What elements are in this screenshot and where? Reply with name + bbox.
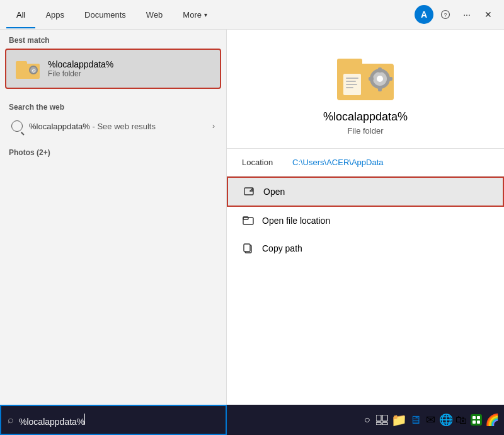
- best-match-type: File folder: [48, 69, 113, 78]
- tab-documents[interactable]: Documents: [74, 1, 136, 28]
- avatar: A: [415, 5, 433, 24]
- web-search-item[interactable]: %localappdata% - See web results ›: [3, 115, 224, 137]
- close-button[interactable]: ✕: [479, 5, 498, 24]
- location-path[interactable]: C:\Users\ACER\AppData: [292, 158, 384, 167]
- more-options-button[interactable]: ···: [457, 5, 476, 24]
- file-location: Location C:\Users\ACER\AppData: [227, 149, 504, 177]
- taskbar-cortana[interactable]: ○: [360, 407, 374, 432]
- best-match-info: %localappdata% File folder: [48, 59, 113, 78]
- open-label: Open: [263, 187, 285, 197]
- svg-rect-26: [376, 415, 381, 421]
- taskbar-file-explorer[interactable]: 📁: [391, 407, 407, 432]
- svg-rect-13: [369, 77, 374, 81]
- taskbar-shopping[interactable]: 🛍: [454, 407, 468, 432]
- best-match-name: %localappdata%: [48, 59, 113, 69]
- svg-rect-27: [382, 415, 387, 421]
- folder-large-icon: [337, 55, 394, 100]
- photos-label: Photos (2+): [0, 142, 226, 161]
- taskbar-edge[interactable]: 🌐: [438, 407, 452, 432]
- svg-point-15: [377, 76, 383, 82]
- svg-rect-25: [244, 244, 250, 252]
- taskbar-store[interactable]: 🖥: [408, 407, 422, 432]
- search-window: All Apps Documents Web More ▾ A ?: [0, 0, 504, 435]
- taskbar-taskview[interactable]: [375, 407, 389, 432]
- svg-rect-28: [376, 422, 381, 425]
- open-file-location-action[interactable]: Open file location: [227, 207, 504, 235]
- svg-text:⚙: ⚙: [32, 68, 36, 74]
- left-panel: Best match ⚙ %localappdata% File folder: [0, 30, 227, 435]
- file-preview: %localappdata% File folder: [227, 30, 504, 149]
- svg-rect-19: [346, 84, 357, 85]
- search-icon: [11, 120, 23, 132]
- header-controls: A ? ··· ✕: [415, 5, 498, 24]
- open-file-location-label: Open file location: [262, 216, 330, 226]
- svg-rect-8: [337, 59, 362, 69]
- open-file-location-icon: [242, 214, 255, 227]
- content-area: Best match ⚙ %localappdata% File folder: [0, 30, 504, 435]
- open-icon: [243, 185, 256, 198]
- arrow-icon: ›: [212, 122, 215, 130]
- header: All Apps Documents Web More ▾ A ?: [0, 0, 504, 30]
- copy-path-label: Copy path: [262, 243, 302, 253]
- svg-rect-33: [472, 420, 476, 424]
- tab-web[interactable]: Web: [136, 1, 173, 28]
- file-name: %localappdata%: [323, 110, 408, 124]
- svg-rect-12: [378, 86, 382, 91]
- taskbar-mail[interactable]: ✉: [423, 407, 437, 432]
- feedback-button[interactable]: ?: [436, 5, 455, 24]
- search-bar: ⌕ %localappdata%: [0, 405, 227, 435]
- best-match-item[interactable]: ⚙ %localappdata% File folder: [5, 49, 221, 89]
- taskbar: ○ 📁 🖥 ✉ 🌐 🛍 🌈: [227, 405, 504, 435]
- search-bar-icon: ⌕: [8, 414, 14, 426]
- copy-path-action[interactable]: Copy path: [227, 235, 504, 262]
- svg-rect-29: [382, 422, 387, 425]
- taskbar-xbox[interactable]: [469, 407, 483, 432]
- svg-rect-17: [346, 78, 358, 79]
- svg-rect-20: [346, 87, 353, 88]
- location-label: Location: [242, 158, 292, 167]
- search-bar-input[interactable]: %localappdata%: [19, 414, 219, 427]
- right-panel: %localappdata% File folder Location C:\U…: [227, 30, 504, 435]
- chevron-down-icon: ▾: [204, 11, 207, 18]
- actions-list: Open Open file location: [227, 177, 504, 262]
- text-cursor: [84, 414, 85, 425]
- svg-rect-32: [477, 416, 480, 419]
- best-match-label: Best match: [0, 30, 226, 49]
- file-type: File folder: [347, 126, 383, 136]
- svg-rect-18: [346, 81, 356, 82]
- svg-rect-11: [378, 67, 382, 72]
- svg-rect-30: [471, 414, 482, 426]
- open-action[interactable]: Open: [227, 177, 504, 207]
- tab-more[interactable]: More ▾: [173, 1, 217, 28]
- search-web-label: Search the web: [0, 96, 226, 115]
- web-search-text: %localappdata% - See web results: [29, 122, 212, 131]
- svg-rect-31: [472, 416, 476, 419]
- svg-text:?: ?: [444, 12, 447, 18]
- svg-rect-14: [387, 77, 392, 81]
- tab-apps[interactable]: Apps: [35, 1, 74, 28]
- svg-rect-3: [16, 61, 27, 66]
- svg-rect-34: [477, 420, 480, 424]
- copy-path-icon: [242, 242, 255, 255]
- taskbar-chrome[interactable]: 🌈: [485, 407, 499, 432]
- tab-all[interactable]: All: [6, 1, 35, 28]
- folder-icon: ⚙: [15, 56, 40, 81]
- svg-rect-23: [243, 217, 248, 219]
